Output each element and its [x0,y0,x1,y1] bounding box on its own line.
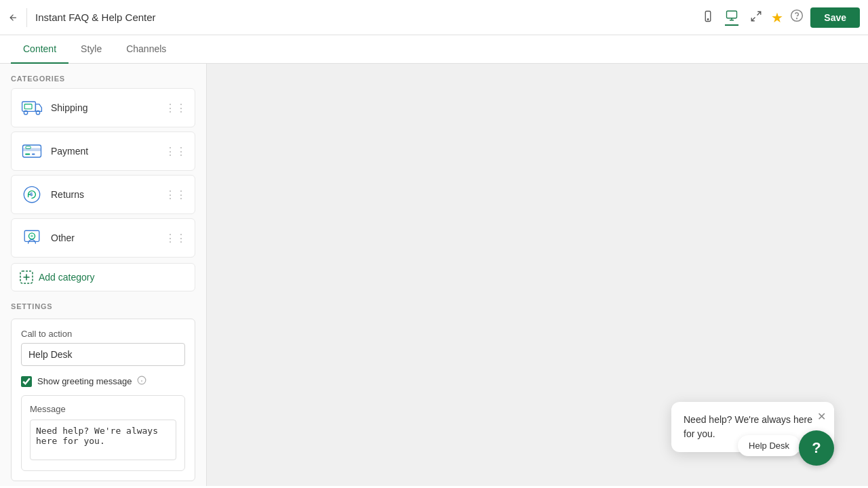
returns-icon: $ [20,182,44,207]
save-button[interactable]: Save [810,7,860,28]
message-textarea[interactable]: Need help? We're always here for you. [30,420,176,460]
settings-section: SETTINGS Call to action Show greeting me… [0,291,206,486]
category-item-shipping[interactable]: Shipping ⋮⋮ [11,88,195,127]
drag-handle-shipping[interactable]: ⋮⋮ [165,102,186,115]
show-greeting-label: Show greeting message [37,376,132,386]
svg-rect-10 [23,148,41,152]
drag-handle-other[interactable]: ⋮⋮ [165,232,186,245]
category-name-returns: Returns [51,189,158,200]
cta-input[interactable] [21,343,185,366]
show-greeting-checkbox[interactable] [21,376,32,387]
svg-rect-8 [24,104,32,109]
add-category-button[interactable]: Add category [11,263,195,291]
svg-text:$: $ [30,191,33,197]
categories-label: CATEGORIES [0,64,206,88]
tab-style[interactable]: Style [68,35,114,64]
topbar-right: ★ Save [771,7,860,28]
app-title: Instant FAQ & Help Center [35,12,694,23]
tab-content[interactable]: Content [11,35,68,64]
category-item-returns[interactable]: $ Returns ⋮⋮ [11,175,195,214]
drag-handle-returns[interactable]: ⋮⋮ [165,188,186,201]
tabs-bar: Content Style Channels [0,35,868,64]
star-icon[interactable]: ★ [771,9,783,26]
drag-handle-payment[interactable]: ⋮⋮ [165,145,186,158]
settings-card: Call to action Show greeting message Mes… [11,319,195,481]
help-icon[interactable] [790,9,804,26]
svg-point-18 [31,235,33,238]
topbar: Instant FAQ & Help Center ★ Save [0,0,868,35]
desktop-icon[interactable] [725,9,738,26]
categories-list: Shipping ⋮⋮ Payment ⋮⋮ [0,88,206,258]
chat-button-icon: ? [812,439,821,457]
svg-point-3 [791,10,803,22]
preview-area: ✕ Need help? We're always here for you. … [207,64,868,486]
chat-cta-label: Help Desk [738,435,800,456]
info-icon[interactable] [137,375,146,387]
mobile-icon[interactable] [702,10,714,25]
back-button[interactable] [8,8,27,27]
chat-button[interactable]: ? [799,430,834,466]
add-category-label: Add category [39,272,95,283]
svg-point-4 [797,18,797,19]
svg-rect-12 [32,154,35,155]
cta-label: Call to action [21,329,185,339]
category-name-payment: Payment [51,146,158,157]
other-icon [20,226,44,250]
shipping-icon [20,96,44,120]
settings-label: SETTINGS [11,302,195,319]
message-section: Message Need help? We're always here for… [21,395,185,471]
main-layout: CATEGORIES Shipping ⋮⋮ [0,64,868,486]
svg-rect-11 [25,154,30,155]
chat-close-button[interactable]: ✕ [817,409,826,425]
message-label: Message [30,404,176,414]
category-item-payment[interactable]: Payment ⋮⋮ [11,131,195,171]
category-name-shipping: Shipping [51,102,158,113]
payment-icon [20,139,44,163]
show-greeting-row: Show greeting message [21,375,185,387]
expand-icon[interactable] [749,10,763,25]
sidebar: CATEGORIES Shipping ⋮⋮ [0,64,207,486]
svg-rect-5 [22,102,36,111]
device-icons [702,9,763,26]
category-name-other: Other [51,232,158,243]
chat-cta-text: Help Desk [749,441,789,451]
category-item-other[interactable]: Other ⋮⋮ [11,218,195,258]
svg-point-1 [708,18,709,20]
tab-channels[interactable]: Channels [114,35,178,64]
add-category-icon [20,270,33,284]
svg-rect-2 [727,11,737,18]
